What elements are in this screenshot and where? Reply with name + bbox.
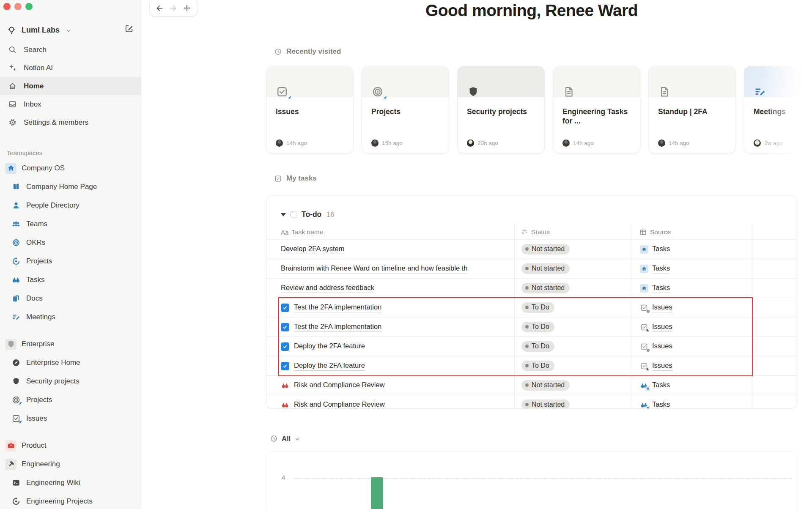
table-row[interactable]: Deploy the 2FA featureTo DoIssues	[266, 356, 797, 375]
clock-icon	[270, 435, 278, 443]
table-row[interactable]: Test the 2FA implementationTo DoIssues	[266, 298, 797, 317]
status-cell[interactable]: Not started	[521, 279, 570, 298]
sidebar-item-company-os[interactable]: Company OS	[0, 159, 141, 178]
column-header-task-name[interactable]: AaTask name	[281, 225, 323, 239]
source-link[interactable]: Issues	[652, 361, 672, 371]
sidebar-item-inbox[interactable]: Inbox	[0, 95, 141, 113]
source-cell[interactable]: Tasks	[640, 259, 670, 278]
task-name-link[interactable]: Risk and Compliance Review	[294, 400, 385, 408]
recent-card-meetings[interactable]: Meetings2w ago	[744, 66, 812, 153]
sidebar-item-meetings[interactable]: Meetings	[0, 308, 141, 326]
source-cell[interactable]: Issues	[640, 356, 672, 375]
source-cell[interactable]: Issues	[640, 337, 672, 356]
column-header-source[interactable]: Source	[639, 225, 671, 239]
status-label: Not started	[532, 381, 565, 389]
source-cell[interactable]: Tasks	[640, 395, 670, 408]
sidebar-item-company-home-page[interactable]: Company Home Page	[0, 178, 141, 196]
chart-bar[interactable]	[371, 477, 383, 509]
sidebar-item-tasks[interactable]: Tasks	[0, 271, 141, 289]
source-cell[interactable]: Issues	[640, 298, 672, 317]
last-visited-time: 14h ago	[573, 140, 594, 146]
sidebar-item-issues[interactable]: Issues	[0, 409, 141, 428]
task-name-link[interactable]: Review and address feedback	[281, 283, 374, 293]
source-link[interactable]: Issues	[652, 342, 672, 351]
sidebar-item-teams[interactable]: Teams	[0, 215, 141, 233]
source-cell[interactable]: Tasks	[640, 240, 670, 259]
sidebar-item-engineering-projects[interactable]: Engineering Projects	[0, 492, 141, 509]
sidebar-item-projects[interactable]: Projects	[0, 252, 141, 271]
table-row[interactable]: Review and address feedbackNot startedTa…	[266, 278, 797, 298]
recent-card-footer: 14h ago	[276, 140, 307, 147]
table-row[interactable]: Develop 2FA systemNot startedTasks	[266, 239, 797, 259]
sidebar-item-engineering[interactable]: Engineering	[0, 455, 141, 473]
status-cell[interactable]: Not started	[521, 376, 570, 395]
task-name-link[interactable]: Test the 2FA implementation	[294, 303, 381, 312]
sidebar-item-product[interactable]: Product	[0, 436, 141, 455]
checked-checkbox[interactable]	[281, 323, 289, 331]
checked-checkbox[interactable]	[281, 362, 289, 370]
source-link[interactable]: Tasks	[652, 400, 670, 408]
sidebar-item-security-projects[interactable]: Security projects	[0, 372, 141, 391]
sidebar-item-enterprise-home[interactable]: Enterprise Home	[0, 353, 141, 372]
source-cell[interactable]: Tasks	[640, 279, 670, 298]
status-cell[interactable]: Not started	[521, 395, 570, 408]
sidebar-item-settings-members[interactable]: Settings & members	[0, 113, 141, 131]
sidebar-item-label: Engineering Projects	[26, 497, 93, 506]
sidebar-item-projects[interactable]: Projects	[0, 391, 141, 409]
status-cell[interactable]: To Do	[521, 356, 554, 375]
sidebar-item-docs[interactable]: Docs	[0, 289, 141, 308]
task-name-link[interactable]: Develop 2FA system	[281, 244, 344, 254]
task-name-link[interactable]: Deploy the 2FA feature	[294, 342, 365, 351]
status-cell[interactable]: To Do	[521, 298, 554, 317]
sidebar-item-okrs[interactable]: OKRs	[0, 233, 141, 252]
sidebar-item-people-directory[interactable]: People Directory	[0, 196, 141, 215]
table-row[interactable]: Deploy the 2FA featureTo DoIssues	[266, 337, 797, 356]
task-name-link[interactable]: Risk and Compliance Review	[294, 380, 385, 390]
status-cell[interactable]: Not started	[521, 240, 570, 259]
checked-checkbox[interactable]	[281, 342, 289, 351]
sidebar-item-label: Home	[24, 82, 44, 90]
recent-card-security-projects[interactable]: Security projects20h ago	[458, 66, 544, 153]
checked-checkbox[interactable]	[281, 304, 289, 312]
chart-filter-dropdown[interactable]: All	[270, 435, 300, 443]
sidebar-item-home[interactable]: Home	[0, 77, 141, 95]
source-link[interactable]: Tasks	[652, 264, 670, 274]
status-cell[interactable]: To Do	[521, 337, 554, 356]
source-link[interactable]: Issues	[652, 322, 672, 332]
status-cell[interactable]: Not started	[521, 259, 570, 278]
recent-card-issues[interactable]: Issues14h ago	[266, 66, 353, 153]
sidebar-item-notion-ai[interactable]: Notion AI	[0, 59, 141, 77]
table-row[interactable]: Brainstorm with Renee Ward on timeline a…	[266, 259, 797, 278]
table-row[interactable]: Test the 2FA implementationTo DoIssues	[266, 317, 797, 337]
column-header-status[interactable]: Status	[521, 225, 550, 239]
sidebar-item-engineering-wiki[interactable]: Engineering Wiki	[0, 473, 141, 492]
recent-card-projects[interactable]: Projects15h ago	[362, 66, 449, 153]
new-tab-button[interactable]	[182, 3, 192, 13]
source-cell[interactable]: Tasks	[640, 376, 670, 395]
collapse-group-button[interactable]	[281, 213, 286, 216]
recent-card-title: Standup | 2FA	[658, 107, 730, 116]
sidebar-item-search[interactable]: Search	[0, 41, 141, 59]
task-name-link[interactable]: Deploy the 2FA feature	[294, 361, 365, 371]
task-name-link[interactable]: Test the 2FA implementation	[294, 322, 381, 332]
forward-button[interactable]	[169, 4, 178, 13]
source-link[interactable]: Tasks	[652, 244, 670, 254]
source-link[interactable]: Tasks	[652, 380, 670, 390]
new-page-button[interactable]	[124, 24, 134, 33]
source-link[interactable]: Tasks	[652, 283, 670, 293]
sidebar-item-label: Company Home Page	[26, 183, 97, 191]
sidebar-item-enterprise[interactable]: Enterprise	[0, 335, 141, 353]
status-cell[interactable]: To Do	[521, 317, 554, 337]
zoom-window-button[interactable]	[25, 3, 33, 10]
source-cell[interactable]: Issues	[640, 317, 672, 337]
source-link[interactable]: Issues	[652, 303, 672, 312]
table-row[interactable]: Risk and Compliance ReviewNot startedTas…	[266, 395, 797, 408]
close-window-button[interactable]	[3, 3, 11, 10]
recent-card-engineering-tasks-for[interactable]: Engineering Tasks for ...14h ago	[553, 66, 640, 153]
task-name-link[interactable]: Brainstorm with Renee Ward on timeline a…	[281, 264, 467, 274]
workspace-switcher[interactable]: Lumi Labs	[0, 21, 141, 39]
recent-card-standup-2fa[interactable]: Standup | 2FA14h ago	[649, 66, 735, 153]
minimize-window-button[interactable]	[14, 3, 22, 10]
back-button[interactable]	[155, 4, 164, 13]
table-row[interactable]: Risk and Compliance ReviewNot startedTas…	[266, 375, 797, 395]
